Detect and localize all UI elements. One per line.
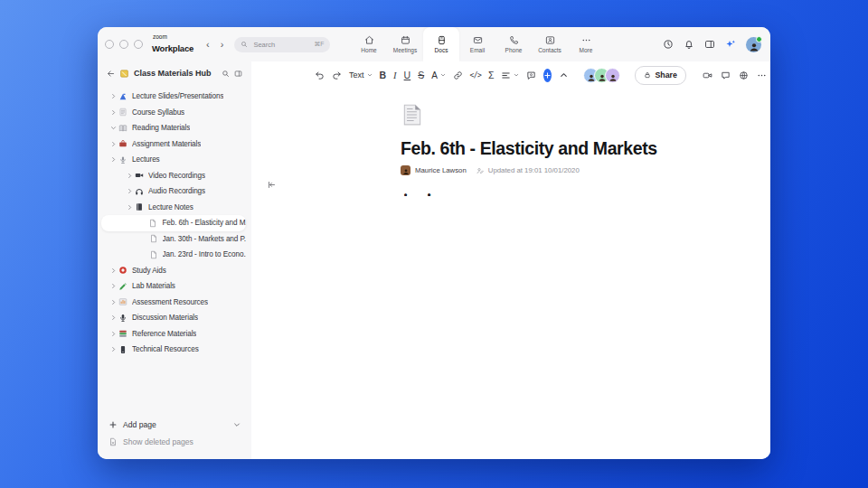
- chevron-icon[interactable]: [108, 283, 118, 289]
- bold-button[interactable]: B: [380, 70, 387, 80]
- sidebar-item[interactable]: Audio Recordings: [101, 183, 246, 200]
- nav-back-icon[interactable]: ‹: [206, 39, 210, 50]
- globe-icon[interactable]: [739, 70, 749, 80]
- side-panel-icon[interactable]: [704, 39, 715, 50]
- user-avatar[interactable]: [746, 37, 761, 52]
- strikethrough-button[interactable]: S: [418, 70, 424, 80]
- sidebar-item[interactable]: Assignment Materials: [101, 136, 246, 153]
- window-controls[interactable]: [105, 40, 143, 49]
- sidebar-item[interactable]: Reference Materials: [101, 326, 246, 343]
- align-list-dropdown[interactable]: [501, 70, 519, 80]
- sidebar-item[interactable]: Study Aids: [101, 263, 246, 279]
- insert-plus-button[interactable]: [543, 69, 552, 82]
- back-arrow-icon[interactable]: [107, 70, 115, 78]
- sidebar-item-icon: [135, 171, 144, 180]
- app-tab[interactable]: Home: [351, 27, 387, 61]
- sidebar-item[interactable]: Lectures: [101, 152, 246, 168]
- sidebar-item-icon: [118, 314, 127, 323]
- app-tab[interactable]: Phone: [495, 27, 532, 61]
- history-clock-icon[interactable]: [663, 39, 674, 50]
- sidebar-item[interactable]: Technical Resources: [101, 342, 246, 358]
- app-tab[interactable]: Email: [459, 27, 495, 61]
- sidebar-item[interactable]: Reading Materials: [101, 120, 246, 136]
- chevron-icon[interactable]: [125, 173, 134, 179]
- document-area: Text B I U S A </> Σ: [251, 61, 770, 459]
- sidebar-item[interactable]: Assessment Resources: [101, 295, 246, 311]
- italic-button[interactable]: I: [393, 70, 397, 80]
- collaborator-avatar[interactable]: [605, 68, 620, 83]
- app-tab[interactable]: Contacts: [532, 27, 568, 61]
- underline-button[interactable]: U: [404, 70, 411, 80]
- equation-button[interactable]: Σ: [488, 70, 495, 80]
- document-title[interactable]: Feb. 6th - Elasticity and Markets: [401, 138, 715, 159]
- sidebar-item-label: Assignment Materials: [132, 140, 201, 148]
- text-style-dropdown[interactable]: Text: [349, 70, 373, 80]
- sidebar-item[interactable]: Lecture Notes: [101, 200, 246, 216]
- chevron-icon[interactable]: [108, 125, 118, 131]
- sidebar-item[interactable]: Course Syllabus: [101, 105, 246, 121]
- redo-button[interactable]: [332, 70, 342, 80]
- comment-button[interactable]: [526, 70, 536, 80]
- text-color-dropdown[interactable]: A: [431, 70, 446, 80]
- sidebar-item-icon: [148, 219, 157, 228]
- video-camera-icon[interactable]: [703, 70, 712, 80]
- search-input[interactable]: [251, 40, 295, 50]
- collapse-outline-icon[interactable]: [268, 181, 276, 189]
- chevron-down-icon[interactable]: [233, 421, 241, 428]
- chevron-icon[interactable]: [108, 93, 118, 99]
- sidebar-item-icon: [149, 234, 158, 243]
- add-page-label: Add page: [123, 420, 156, 429]
- window-control-icon[interactable]: [134, 40, 143, 49]
- chevron-icon[interactable]: [125, 188, 134, 194]
- sidebar-item-icon: [118, 345, 127, 354]
- notifications-bell-icon[interactable]: [684, 39, 694, 50]
- chevron-icon[interactable]: [108, 156, 118, 163]
- chevron-icon[interactable]: [125, 204, 134, 211]
- sidebar-item[interactable]: Lecture Slides/Presentations: [101, 89, 246, 105]
- share-button[interactable]: Share: [635, 66, 685, 85]
- show-deleted-pages-button[interactable]: Show deleted pages: [108, 433, 241, 450]
- author-name: Maurice Lawson: [415, 166, 467, 174]
- brand-workplace: Workplace: [152, 43, 193, 53]
- ai-companion-sparkle-icon[interactable]: [725, 39, 736, 50]
- last-editor-icon: [476, 167, 484, 174]
- sidebar-item-label: Video Recordings: [148, 172, 205, 180]
- sidebar-item[interactable]: Discussion Materials: [101, 310, 246, 326]
- chevron-icon[interactable]: [108, 109, 118, 116]
- app-tab-label: Home: [361, 47, 376, 53]
- global-search[interactable]: ⌘F: [234, 37, 330, 52]
- link-button[interactable]: [453, 70, 463, 80]
- app-tab[interactable]: Meetings: [387, 27, 423, 61]
- sidebar-panel-icon[interactable]: [234, 70, 242, 78]
- window-control-icon[interactable]: [119, 40, 128, 49]
- nav-forward-icon[interactable]: ›: [221, 39, 224, 50]
- sidebar-item[interactable]: Video Recordings: [101, 168, 246, 184]
- add-page-button[interactable]: Add page: [108, 416, 241, 433]
- chevron-icon[interactable]: [108, 331, 118, 337]
- sidebar-search-icon[interactable]: [222, 70, 230, 78]
- sidebar-item[interactable]: Jan. 23rd - Intro to Econo...: [101, 247, 246, 263]
- sidebar-item[interactable]: Lab Materials: [101, 278, 246, 295]
- app-tab[interactable]: Docs: [423, 27, 459, 61]
- sidebar-item-label: Lectures: [132, 155, 160, 164]
- sidebar-item-label: Lab Materials: [132, 282, 175, 290]
- undo-button[interactable]: [315, 70, 325, 80]
- sidebar-item[interactable]: Jan. 30th - Markets and P...: [101, 231, 246, 248]
- chevron-icon[interactable]: [108, 346, 118, 352]
- collapse-toolbar-button[interactable]: [559, 70, 569, 80]
- document-page[interactable]: Feb. 6th - Elasticity and Markets Mauric…: [401, 87, 715, 175]
- more-options-icon[interactable]: [757, 70, 767, 80]
- window-control-icon[interactable]: [105, 40, 114, 49]
- code-button[interactable]: </>: [470, 71, 481, 80]
- chevron-icon[interactable]: [108, 267, 118, 274]
- sidebar-item-icon: [118, 329, 127, 338]
- chevron-icon[interactable]: [108, 314, 118, 321]
- chat-bubble-icon[interactable]: [721, 70, 731, 80]
- chevron-icon[interactable]: [108, 299, 118, 305]
- person-icon: [402, 168, 410, 175]
- app-tab[interactable]: More: [568, 27, 604, 61]
- collaborator-avatars[interactable]: [583, 68, 620, 83]
- chevron-icon[interactable]: [108, 141, 118, 147]
- app-tab-icon: [401, 35, 410, 45]
- sidebar-item[interactable]: Feb. 6th - Elasticity and M...: [101, 215, 246, 231]
